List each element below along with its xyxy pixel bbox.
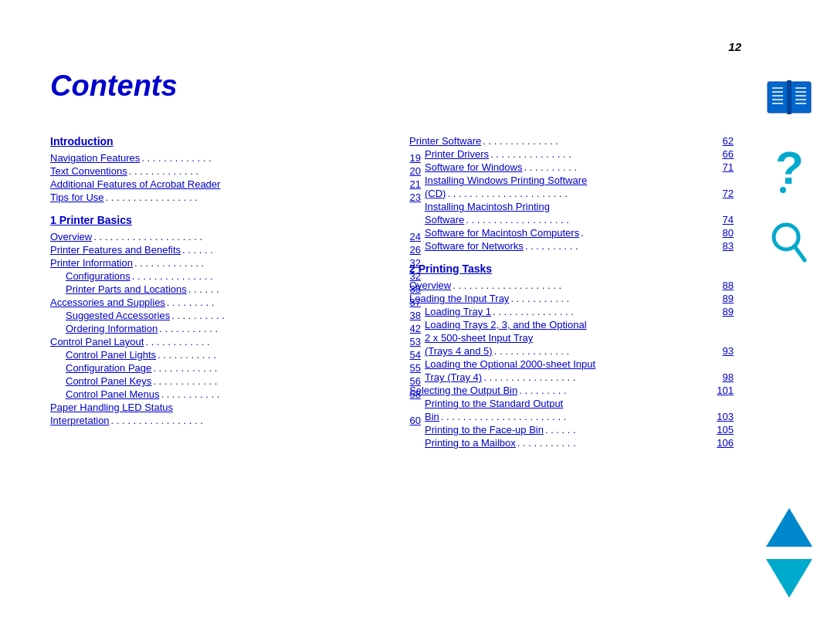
- nav-arrows: [766, 508, 812, 598]
- section2-entries: Overview . . . . . . . . . . . . . . . .…: [409, 280, 734, 449]
- page-title: Contents: [50, 69, 178, 103]
- arrow-up-button[interactable]: [766, 508, 812, 547]
- section2-heading[interactable]: 2 Printing Tasks: [409, 263, 734, 275]
- toc-features-benefits[interactable]: Printer Features and Benefits . . . . . …: [50, 244, 421, 256]
- toc-printing-standard-line1[interactable]: Printing to the Standard Output: [409, 398, 734, 409]
- toc-loading-2000-line2[interactable]: Tray (Tray 4) . . . . . . . . . . . . . …: [409, 371, 734, 383]
- question-icon[interactable]: ?: [769, 144, 809, 197]
- toc-printing-standard-line2[interactable]: Bin . . . . . . . . . . . . . . . . . . …: [409, 411, 734, 422]
- toc-loading-tray1[interactable]: Loading Tray 1 . . . . . . . . . . . . .…: [409, 306, 734, 317]
- toc-overview[interactable]: Overview . . . . . . . . . . . . . . . .…: [50, 231, 421, 242]
- toc-install-win-line1[interactable]: Installing Windows Printing Software: [409, 175, 734, 186]
- magnifier-icon[interactable]: [769, 220, 809, 273]
- toc-cp-menus[interactable]: Control Panel Menus . . . . . . . . . . …: [50, 388, 421, 400]
- toc-printer-info[interactable]: Printer Information . . . . . . . . . . …: [50, 257, 421, 269]
- left-column: Introduction Navigation Features . . . .…: [50, 135, 421, 428]
- intro-entries: Navigation Features . . . . . . . . . . …: [50, 152, 421, 203]
- toc-loading-2000-line1[interactable]: Loading the Optional 2000-sheet Input: [409, 358, 734, 370]
- svg-rect-12: [787, 80, 792, 114]
- toc-sw-networks[interactable]: Software for Networks . . . . . . . . . …: [409, 240, 734, 252]
- book-icon[interactable]: [766, 77, 812, 120]
- svg-rect-0: [768, 82, 788, 113]
- toc-cp-lights[interactable]: Control Panel Lights . . . . . . . . . .…: [50, 349, 421, 361]
- toc-entry-tips[interactable]: Tips for Use . . . . . . . . . . . . . .…: [50, 192, 421, 203]
- svg-point-14: [780, 187, 786, 193]
- toc-accessories[interactable]: Accessories and Supplies . . . . . . . .…: [50, 297, 421, 308]
- printer-software-entries: Printer Software . . . . . . . . . . . .…: [409, 135, 734, 252]
- page-number: 12: [728, 40, 741, 53]
- svg-text:?: ?: [775, 144, 804, 194]
- section1-heading[interactable]: 1 Printer Basics: [50, 214, 421, 226]
- section1-entries: Overview . . . . . . . . . . . . . . . .…: [50, 231, 421, 426]
- toc-control-panel-layout[interactable]: Control Panel Layout . . . . . . . . . .…: [50, 336, 421, 347]
- toc-config-page[interactable]: Configuration Page . . . . . . . . . . .…: [50, 362, 421, 374]
- right-column: Printer Software . . . . . . . . . . . .…: [409, 135, 734, 450]
- arrow-down-button[interactable]: [766, 559, 812, 598]
- toc-install-mac-line2[interactable]: Software . . . . . . . . . . . . . . . .…: [409, 214, 734, 225]
- toc-entry-text-conventions[interactable]: Text Conventions . . . . . . . . . . . .…: [50, 165, 421, 177]
- toc-suggested-acc[interactable]: Suggested Accessories . . . . . . . . . …: [50, 310, 421, 321]
- toc-sw-windows[interactable]: Software for Windows . . . . . . . . . .…: [409, 161, 734, 173]
- toc-loading-input-tray[interactable]: Loading the Input Tray . . . . . . . . .…: [409, 293, 734, 304]
- toc-loading-trays-line2[interactable]: 2 x 500-sheet Input Tray: [409, 332, 734, 344]
- toc-sw-mac-computers[interactable]: Software for Macintosh Computers . 80: [409, 227, 734, 239]
- toc-configurations[interactable]: Configurations . . . . . . . . . . . . .…: [50, 270, 421, 282]
- toc-cp-keys[interactable]: Control Panel Keys . . . . . . . . . . .…: [50, 375, 421, 387]
- toc-install-mac-line1[interactable]: Installing Macintosh Printing: [409, 201, 734, 212]
- toc-install-win-line2[interactable]: (CD) . . . . . . . . . . . . . . . . . .…: [409, 188, 734, 199]
- toc-ordering[interactable]: Ordering Information . . . . . . . . . .…: [50, 323, 421, 334]
- toc-paper-led-line1[interactable]: Paper Handling LED Status: [50, 402, 421, 413]
- intro-heading[interactable]: Introduction: [50, 135, 421, 147]
- toc-selecting-output[interactable]: Selecting the Output Bin . . . . . . . .…: [409, 385, 734, 396]
- toc-entry-acrobat[interactable]: Additional Features of Acrobat Reader 21: [50, 178, 421, 190]
- toc-loading-trays-line1[interactable]: Loading Trays 2, 3, and the Optional: [409, 319, 734, 330]
- toc-printing-mailbox[interactable]: Printing to a Mailbox . . . . . . . . . …: [409, 437, 734, 449]
- toc-loading-trays-line3[interactable]: (Trays 4 and 5) . . . . . . . . . . . . …: [409, 345, 734, 357]
- toc-printer-drivers[interactable]: Printer Drivers . . . . . . . . . . . . …: [409, 148, 734, 160]
- toc-entry-nav-features[interactable]: Navigation Features . . . . . . . . . . …: [50, 152, 421, 164]
- toc-printer-software[interactable]: Printer Software . . . . . . . . . . . .…: [409, 135, 734, 147]
- toc-s2-overview[interactable]: Overview . . . . . . . . . . . . . . . .…: [409, 280, 734, 291]
- svg-line-16: [795, 246, 805, 260]
- svg-rect-1: [791, 82, 811, 113]
- toc-paper-led-line2[interactable]: Interpretation . . . . . . . . . . . . .…: [50, 415, 421, 426]
- toc-printer-parts[interactable]: Printer Parts and Locations . . . . . . …: [50, 283, 421, 295]
- toc-printing-faceup[interactable]: Printing to the Face-up Bin . . . . . . …: [409, 424, 734, 436]
- sidebar-icons: ?: [766, 77, 812, 273]
